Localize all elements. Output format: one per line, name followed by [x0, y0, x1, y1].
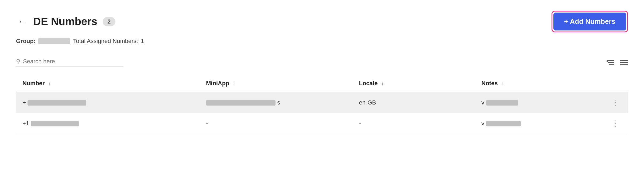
search-icon: ⚲	[16, 58, 20, 65]
assigned-value: 1	[141, 38, 144, 45]
table-row: + s en-GB v ⋮	[16, 92, 628, 113]
notes-redacted-2	[486, 121, 521, 126]
table-body: + s en-GB v ⋮ +1	[16, 92, 628, 134]
group-label: Group:	[16, 38, 36, 45]
page-title: DE Numbers	[33, 15, 97, 28]
page-container: ← DE Numbers 2 + Add Numbers Group: Tota…	[0, 0, 644, 186]
notes-prefix-1: v	[482, 99, 484, 106]
number-redacted-1	[28, 100, 86, 106]
number-redacted-2	[31, 121, 79, 126]
filter-icon-button[interactable]	[607, 59, 615, 66]
col-header-number: Number ↓	[16, 75, 200, 92]
col-header-locale: Locale ↓	[353, 75, 475, 92]
miniapp-suffix-1: s	[277, 99, 280, 106]
cell-actions-1: ⋮	[598, 92, 628, 113]
cell-notes-1: v	[475, 92, 598, 113]
notes-redacted-1	[486, 100, 518, 106]
table-header-row: Number ↓ MiniApp ↓ Locale ↓ Notes ↓	[16, 75, 628, 92]
table-header: Number ↓ MiniApp ↓ Locale ↓ Notes ↓	[16, 75, 628, 92]
cell-locale-1: en-GB	[353, 92, 475, 113]
data-table: Number ↓ MiniApp ↓ Locale ↓ Notes ↓	[16, 75, 628, 134]
sub-header: Group: Total Assigned Numbers: 1	[16, 38, 628, 45]
cell-miniapp-1: s	[200, 92, 353, 113]
search-input[interactable]	[23, 58, 123, 65]
notes-prefix-2: v	[482, 120, 484, 127]
cell-locale-2: -	[353, 113, 475, 134]
search-input-wrapper: ⚲	[16, 58, 123, 67]
sort-arrow-locale: ↓	[381, 81, 384, 86]
cell-notes-2: v	[475, 113, 598, 134]
col-header-actions	[598, 75, 628, 92]
menu-icon	[620, 59, 628, 66]
sort-arrow-number: ↓	[48, 81, 51, 86]
cell-actions-2: ⋮	[598, 113, 628, 134]
header-left: ← DE Numbers 2	[16, 15, 115, 28]
col-header-miniapp: MiniApp ↓	[200, 75, 353, 92]
filter-icon	[607, 59, 615, 66]
cell-number-2: +1	[16, 113, 200, 134]
menu-icon-button[interactable]	[620, 59, 628, 66]
number-prefix-2: +1	[22, 120, 29, 127]
back-button[interactable]: ←	[16, 16, 28, 27]
search-row: ⚲	[16, 58, 628, 67]
table-row: +1 - - v ⋮	[16, 113, 628, 134]
group-value	[38, 38, 70, 44]
header-row: ← DE Numbers 2 + Add Numbers	[16, 11, 628, 32]
cell-miniapp-2: -	[200, 113, 353, 134]
count-badge: 2	[103, 17, 115, 26]
add-numbers-button[interactable]: + Add Numbers	[553, 13, 626, 30]
number-prefix-1: +	[22, 99, 26, 106]
sort-arrow-notes: ↓	[502, 81, 504, 86]
add-numbers-button-wrapper: + Add Numbers	[552, 11, 628, 32]
row-actions-button-2[interactable]: ⋮	[609, 119, 622, 128]
sort-arrow-miniapp: ↓	[233, 81, 235, 86]
assigned-label: Total Assigned Numbers:	[73, 38, 138, 45]
filter-icons-group	[607, 59, 628, 66]
col-header-notes: Notes ↓	[475, 75, 598, 92]
row-actions-button-1[interactable]: ⋮	[609, 98, 622, 107]
miniapp-redacted-1	[206, 100, 276, 106]
cell-number-1: +	[16, 92, 200, 113]
